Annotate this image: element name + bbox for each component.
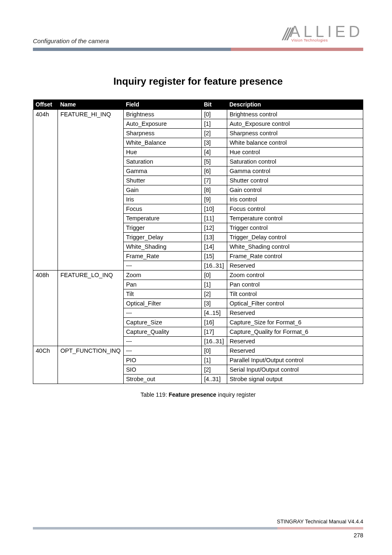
table-row: 40ChOPT_FUNCTION_INQ---[0]Reserved bbox=[33, 346, 363, 356]
cell-field: Pan bbox=[123, 280, 201, 289]
header-divider bbox=[33, 48, 363, 51]
cell-bit: [16..31] bbox=[201, 337, 227, 346]
cell-bit: [3] bbox=[201, 138, 227, 148]
cell-bit: [14] bbox=[201, 242, 227, 252]
cell-field: Frame_Rate bbox=[123, 252, 201, 261]
cell-field: Focus bbox=[123, 204, 201, 214]
cell-bit: [16..31] bbox=[201, 261, 227, 271]
cell-field: Zoom bbox=[123, 271, 201, 280]
cell-description: Zoom control bbox=[227, 271, 363, 280]
cell-offset: 408h bbox=[33, 271, 58, 346]
cell-description: Reserved bbox=[227, 337, 363, 346]
col-header-field: Field bbox=[123, 99, 201, 110]
cell-field: Gain bbox=[123, 185, 201, 195]
cell-description: Capture_Quality for Format_6 bbox=[227, 327, 363, 337]
cell-field: --- bbox=[123, 337, 201, 346]
cell-description: Saturation control bbox=[227, 157, 363, 166]
cell-description: Trigger control bbox=[227, 223, 363, 233]
col-header-name: Name bbox=[58, 99, 124, 110]
cell-field: Capture_Size bbox=[123, 318, 201, 327]
cell-description: Temperature control bbox=[227, 214, 363, 223]
cell-field: Saturation bbox=[123, 157, 201, 166]
cell-description: Trigger_Delay control bbox=[227, 233, 363, 242]
cell-bit: [5] bbox=[201, 157, 227, 166]
cell-field: Shutter bbox=[123, 176, 201, 185]
cell-field: Auto_Exposure bbox=[123, 119, 201, 129]
cell-field: Temperature bbox=[123, 214, 201, 223]
cell-name: FEATURE_LO_INQ bbox=[58, 271, 124, 346]
cell-bit: [9] bbox=[201, 195, 227, 204]
section-title: Inquiry register for feature presence bbox=[33, 76, 363, 87]
cell-bit: [13] bbox=[201, 233, 227, 242]
cell-description: Hue control bbox=[227, 148, 363, 157]
cell-description: White_Shading control bbox=[227, 242, 363, 252]
brand-logo: /// ALLIED Vision Technologies bbox=[283, 25, 363, 44]
logo-sub: Vision Technologies bbox=[291, 39, 363, 42]
cell-name: OPT_FUNCTION_INQ bbox=[58, 346, 124, 384]
cell-field: Optical_Filter bbox=[123, 299, 201, 308]
cell-description: Reserved bbox=[227, 261, 363, 271]
cell-field: PIO bbox=[123, 356, 201, 365]
logo-main: ALLIED bbox=[290, 25, 363, 39]
cell-field: White_Shading bbox=[123, 242, 201, 252]
cell-bit: [7] bbox=[201, 176, 227, 185]
cell-description: Pan control bbox=[227, 280, 363, 289]
cell-offset: 40Ch bbox=[33, 346, 58, 384]
cell-bit: [1] bbox=[201, 356, 227, 365]
cell-bit: [0] bbox=[201, 346, 227, 356]
cell-bit: [10] bbox=[201, 204, 227, 214]
cell-field: Trigger bbox=[123, 223, 201, 233]
cell-description: Gain control bbox=[227, 185, 363, 195]
cell-description: Iris control bbox=[227, 195, 363, 204]
cell-bit: [1] bbox=[201, 280, 227, 289]
cell-field: --- bbox=[123, 346, 201, 356]
footer-manual: STINGRAY Technical Manual V4.4.4 bbox=[33, 518, 363, 525]
cell-bit: [15] bbox=[201, 252, 227, 261]
cell-description: Shutter control bbox=[227, 176, 363, 185]
col-header-offset: Offset bbox=[33, 99, 58, 110]
cell-field: --- bbox=[123, 308, 201, 318]
cell-bit: [0] bbox=[201, 271, 227, 280]
cell-description: Strobe signal output bbox=[227, 375, 363, 384]
page-header: Configuration of the camera /// ALLIED V… bbox=[0, 0, 392, 44]
cell-description: Sharpness control bbox=[227, 129, 363, 138]
cell-field: Gamma bbox=[123, 166, 201, 176]
cell-field: White_Balance bbox=[123, 138, 201, 148]
cell-description: Auto_Exposure control bbox=[227, 119, 363, 129]
cell-description: White balance control bbox=[227, 138, 363, 148]
breadcrumb: Configuration of the camera bbox=[33, 37, 109, 44]
cell-bit: [1] bbox=[201, 119, 227, 129]
cell-description: Tilt control bbox=[227, 289, 363, 299]
cell-bit: [16] bbox=[201, 318, 227, 327]
cell-bit: [11] bbox=[201, 214, 227, 223]
cell-field: Brightness bbox=[123, 110, 201, 119]
cell-field: Iris bbox=[123, 195, 201, 204]
cell-description: Focus control bbox=[227, 204, 363, 214]
cell-bit: [4..31] bbox=[201, 375, 227, 384]
cell-bit: [8] bbox=[201, 185, 227, 195]
table-row: 404hFEATURE_HI_INQBrightness[0]Brightnes… bbox=[33, 110, 363, 119]
cell-description: Brightness control bbox=[227, 110, 363, 119]
cell-description: Optical_Filter control bbox=[227, 299, 363, 308]
cell-description: Reserved bbox=[227, 346, 363, 356]
cell-field: --- bbox=[123, 261, 201, 271]
cell-field: Hue bbox=[123, 148, 201, 157]
cell-description: Reserved bbox=[227, 308, 363, 318]
cell-description: Frame_Rate control bbox=[227, 252, 363, 261]
cell-name: FEATURE_HI_INQ bbox=[58, 110, 124, 271]
cell-bit: [3] bbox=[201, 299, 227, 308]
cell-bit: [0] bbox=[201, 110, 227, 119]
col-header-bit: Bit bbox=[201, 99, 227, 110]
cell-field: Sharpness bbox=[123, 129, 201, 138]
cell-field: Strobe_out bbox=[123, 375, 201, 384]
cell-bit: [6] bbox=[201, 166, 227, 176]
cell-field: Tilt bbox=[123, 289, 201, 299]
table-row: 408hFEATURE_LO_INQZoom[0]Zoom control bbox=[33, 271, 363, 280]
cell-bit: [4..15] bbox=[201, 308, 227, 318]
page-footer: STINGRAY Technical Manual V4.4.4 278 bbox=[33, 518, 363, 539]
table-caption: Table 119: Feature presence inquiry regi… bbox=[33, 391, 363, 398]
feature-presence-table: Offset Name Field Bit Description 404hFE… bbox=[33, 99, 363, 384]
cell-bit: [4] bbox=[201, 148, 227, 157]
cell-description: Serial Input/Output control bbox=[227, 365, 363, 375]
col-header-description: Description bbox=[227, 99, 363, 110]
